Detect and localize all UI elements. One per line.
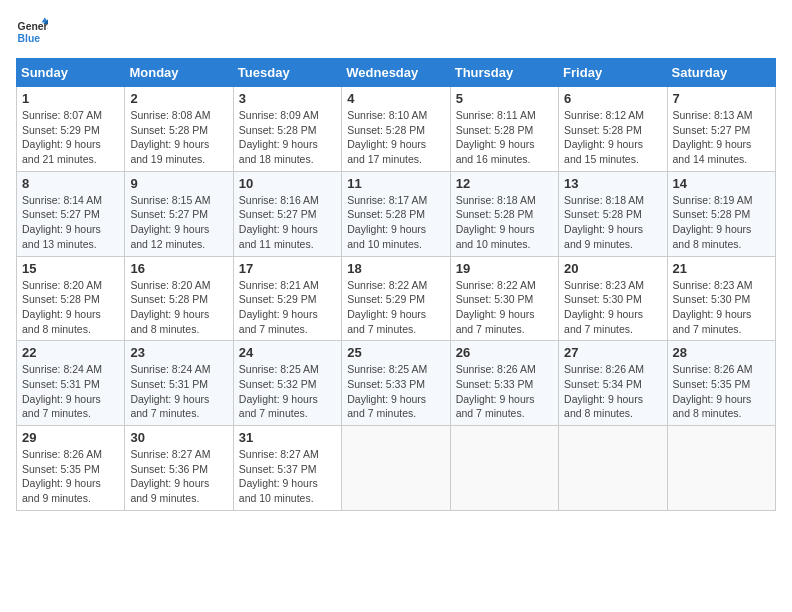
day-of-week-header: Wednesday [342, 59, 450, 87]
day-number: 1 [22, 91, 119, 106]
calendar-header-row: SundayMondayTuesdayWednesdayThursdayFrid… [17, 59, 776, 87]
day-number: 23 [130, 345, 227, 360]
calendar-day-cell: 19Sunrise: 8:22 AM Sunset: 5:30 PM Dayli… [450, 256, 558, 341]
day-info: Sunrise: 8:25 AM Sunset: 5:32 PM Dayligh… [239, 362, 336, 421]
day-number: 4 [347, 91, 444, 106]
logo-icon: General Blue [16, 16, 48, 48]
day-info: Sunrise: 8:26 AM Sunset: 5:33 PM Dayligh… [456, 362, 553, 421]
day-number: 18 [347, 261, 444, 276]
calendar-week-row: 29Sunrise: 8:26 AM Sunset: 5:35 PM Dayli… [17, 426, 776, 511]
day-number: 16 [130, 261, 227, 276]
day-info: Sunrise: 8:08 AM Sunset: 5:28 PM Dayligh… [130, 108, 227, 167]
day-number: 7 [673, 91, 770, 106]
day-number: 20 [564, 261, 661, 276]
day-info: Sunrise: 8:21 AM Sunset: 5:29 PM Dayligh… [239, 278, 336, 337]
day-of-week-header: Thursday [450, 59, 558, 87]
calendar-day-cell: 28Sunrise: 8:26 AM Sunset: 5:35 PM Dayli… [667, 341, 775, 426]
day-info: Sunrise: 8:26 AM Sunset: 5:34 PM Dayligh… [564, 362, 661, 421]
day-of-week-header: Tuesday [233, 59, 341, 87]
day-number: 2 [130, 91, 227, 106]
calendar-day-cell: 24Sunrise: 8:25 AM Sunset: 5:32 PM Dayli… [233, 341, 341, 426]
day-info: Sunrise: 8:25 AM Sunset: 5:33 PM Dayligh… [347, 362, 444, 421]
day-number: 31 [239, 430, 336, 445]
day-of-week-header: Monday [125, 59, 233, 87]
calendar-day-cell [667, 426, 775, 511]
calendar-day-cell: 1Sunrise: 8:07 AM Sunset: 5:29 PM Daylig… [17, 87, 125, 172]
day-number: 13 [564, 176, 661, 191]
day-number: 8 [22, 176, 119, 191]
day-of-week-header: Sunday [17, 59, 125, 87]
day-info: Sunrise: 8:27 AM Sunset: 5:37 PM Dayligh… [239, 447, 336, 506]
day-of-week-header: Friday [559, 59, 667, 87]
calendar-day-cell: 16Sunrise: 8:20 AM Sunset: 5:28 PM Dayli… [125, 256, 233, 341]
day-info: Sunrise: 8:12 AM Sunset: 5:28 PM Dayligh… [564, 108, 661, 167]
day-info: Sunrise: 8:16 AM Sunset: 5:27 PM Dayligh… [239, 193, 336, 252]
day-number: 26 [456, 345, 553, 360]
calendar-day-cell: 4Sunrise: 8:10 AM Sunset: 5:28 PM Daylig… [342, 87, 450, 172]
day-number: 12 [456, 176, 553, 191]
calendar-day-cell: 15Sunrise: 8:20 AM Sunset: 5:28 PM Dayli… [17, 256, 125, 341]
day-info: Sunrise: 8:22 AM Sunset: 5:29 PM Dayligh… [347, 278, 444, 337]
calendar-week-row: 8Sunrise: 8:14 AM Sunset: 5:27 PM Daylig… [17, 171, 776, 256]
calendar-day-cell [559, 426, 667, 511]
calendar-day-cell: 11Sunrise: 8:17 AM Sunset: 5:28 PM Dayli… [342, 171, 450, 256]
day-info: Sunrise: 8:18 AM Sunset: 5:28 PM Dayligh… [564, 193, 661, 252]
svg-text:Blue: Blue [18, 33, 41, 44]
day-number: 19 [456, 261, 553, 276]
day-of-week-header: Saturday [667, 59, 775, 87]
calendar-day-cell: 6Sunrise: 8:12 AM Sunset: 5:28 PM Daylig… [559, 87, 667, 172]
day-number: 6 [564, 91, 661, 106]
day-info: Sunrise: 8:27 AM Sunset: 5:36 PM Dayligh… [130, 447, 227, 506]
day-number: 10 [239, 176, 336, 191]
calendar-day-cell: 8Sunrise: 8:14 AM Sunset: 5:27 PM Daylig… [17, 171, 125, 256]
calendar-day-cell: 30Sunrise: 8:27 AM Sunset: 5:36 PM Dayli… [125, 426, 233, 511]
calendar-day-cell: 26Sunrise: 8:26 AM Sunset: 5:33 PM Dayli… [450, 341, 558, 426]
day-number: 29 [22, 430, 119, 445]
calendar-day-cell: 2Sunrise: 8:08 AM Sunset: 5:28 PM Daylig… [125, 87, 233, 172]
day-number: 9 [130, 176, 227, 191]
day-number: 28 [673, 345, 770, 360]
day-number: 30 [130, 430, 227, 445]
calendar-week-row: 15Sunrise: 8:20 AM Sunset: 5:28 PM Dayli… [17, 256, 776, 341]
day-number: 14 [673, 176, 770, 191]
day-info: Sunrise: 8:10 AM Sunset: 5:28 PM Dayligh… [347, 108, 444, 167]
day-number: 27 [564, 345, 661, 360]
day-number: 17 [239, 261, 336, 276]
day-number: 22 [22, 345, 119, 360]
day-info: Sunrise: 8:07 AM Sunset: 5:29 PM Dayligh… [22, 108, 119, 167]
day-info: Sunrise: 8:20 AM Sunset: 5:28 PM Dayligh… [22, 278, 119, 337]
calendar-day-cell: 17Sunrise: 8:21 AM Sunset: 5:29 PM Dayli… [233, 256, 341, 341]
calendar-day-cell: 9Sunrise: 8:15 AM Sunset: 5:27 PM Daylig… [125, 171, 233, 256]
day-info: Sunrise: 8:24 AM Sunset: 5:31 PM Dayligh… [130, 362, 227, 421]
day-info: Sunrise: 8:26 AM Sunset: 5:35 PM Dayligh… [673, 362, 770, 421]
calendar-day-cell: 7Sunrise: 8:13 AM Sunset: 5:27 PM Daylig… [667, 87, 775, 172]
logo: General Blue [16, 16, 48, 48]
calendar-day-cell: 20Sunrise: 8:23 AM Sunset: 5:30 PM Dayli… [559, 256, 667, 341]
calendar-day-cell [450, 426, 558, 511]
day-info: Sunrise: 8:18 AM Sunset: 5:28 PM Dayligh… [456, 193, 553, 252]
calendar-day-cell: 22Sunrise: 8:24 AM Sunset: 5:31 PM Dayli… [17, 341, 125, 426]
day-info: Sunrise: 8:11 AM Sunset: 5:28 PM Dayligh… [456, 108, 553, 167]
calendar-day-cell [342, 426, 450, 511]
calendar-day-cell: 21Sunrise: 8:23 AM Sunset: 5:30 PM Dayli… [667, 256, 775, 341]
day-info: Sunrise: 8:09 AM Sunset: 5:28 PM Dayligh… [239, 108, 336, 167]
day-number: 3 [239, 91, 336, 106]
day-info: Sunrise: 8:22 AM Sunset: 5:30 PM Dayligh… [456, 278, 553, 337]
day-info: Sunrise: 8:17 AM Sunset: 5:28 PM Dayligh… [347, 193, 444, 252]
day-number: 15 [22, 261, 119, 276]
calendar-day-cell: 3Sunrise: 8:09 AM Sunset: 5:28 PM Daylig… [233, 87, 341, 172]
calendar-day-cell: 14Sunrise: 8:19 AM Sunset: 5:28 PM Dayli… [667, 171, 775, 256]
calendar-day-cell: 12Sunrise: 8:18 AM Sunset: 5:28 PM Dayli… [450, 171, 558, 256]
calendar-day-cell: 27Sunrise: 8:26 AM Sunset: 5:34 PM Dayli… [559, 341, 667, 426]
day-info: Sunrise: 8:23 AM Sunset: 5:30 PM Dayligh… [564, 278, 661, 337]
day-info: Sunrise: 8:15 AM Sunset: 5:27 PM Dayligh… [130, 193, 227, 252]
day-info: Sunrise: 8:19 AM Sunset: 5:28 PM Dayligh… [673, 193, 770, 252]
calendar-day-cell: 25Sunrise: 8:25 AM Sunset: 5:33 PM Dayli… [342, 341, 450, 426]
calendar-day-cell: 18Sunrise: 8:22 AM Sunset: 5:29 PM Dayli… [342, 256, 450, 341]
svg-text:General: General [18, 21, 48, 32]
day-info: Sunrise: 8:20 AM Sunset: 5:28 PM Dayligh… [130, 278, 227, 337]
day-number: 24 [239, 345, 336, 360]
day-info: Sunrise: 8:26 AM Sunset: 5:35 PM Dayligh… [22, 447, 119, 506]
day-info: Sunrise: 8:24 AM Sunset: 5:31 PM Dayligh… [22, 362, 119, 421]
calendar-day-cell: 5Sunrise: 8:11 AM Sunset: 5:28 PM Daylig… [450, 87, 558, 172]
